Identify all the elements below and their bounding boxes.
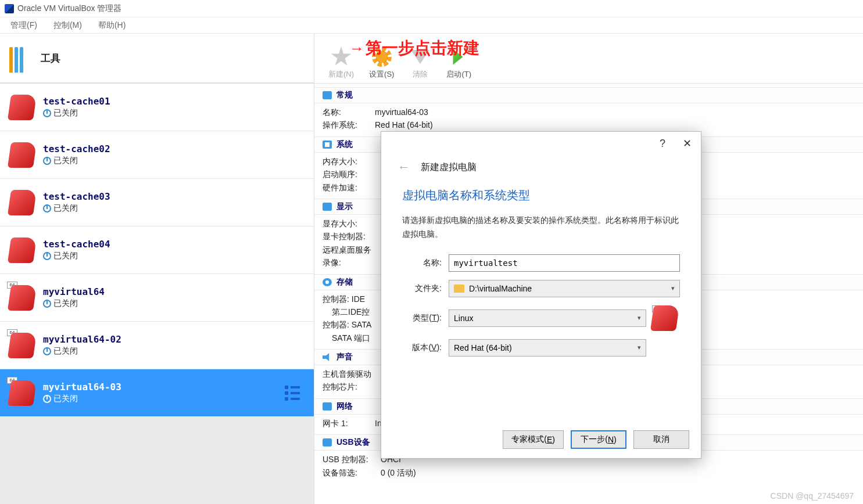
power-icon bbox=[43, 395, 51, 403]
discard-icon bbox=[409, 46, 431, 68]
cancel-button[interactable]: 取消 bbox=[633, 430, 689, 449]
type-label: 类型(T): bbox=[402, 313, 449, 323]
toolbar: 新建(N) 设置(S) 清除 启动(T) → 第一步点击新建 bbox=[314, 34, 863, 84]
menu-help[interactable]: 帮助(H) bbox=[98, 20, 126, 31]
display-icon bbox=[323, 203, 332, 211]
vm-item-test-cache02[interactable]: test-cache02已关闭 bbox=[0, 131, 314, 179]
vm-status: 已关闭 bbox=[43, 251, 110, 261]
dialog-description: 请选择新虚拟电脑的描述名称及要安装的操作系统类型。此名称将用于标识此虚拟电脑。 bbox=[402, 214, 680, 242]
vm-item-test-cache01[interactable]: test-cache01已关闭 bbox=[0, 84, 314, 131]
audio-icon bbox=[323, 353, 332, 361]
name-label: 名称: bbox=[402, 258, 449, 268]
vm-name: myvirtual64-03 bbox=[43, 381, 121, 393]
next-button[interactable]: 下一步(N) bbox=[571, 430, 626, 449]
version-label: 版本(V): bbox=[402, 343, 449, 353]
vm-status: 已关闭 bbox=[43, 346, 121, 357]
power-icon bbox=[43, 109, 51, 117]
menubar: 管理(F) 控制(M) 帮助(H) bbox=[0, 17, 863, 34]
vm-item-test-cache04[interactable]: test-cache04已关闭 bbox=[0, 226, 314, 274]
power-icon bbox=[43, 204, 51, 213]
chevron-down-icon: ▾ bbox=[638, 344, 641, 351]
back-arrow-icon[interactable]: ← bbox=[398, 160, 410, 175]
start-button[interactable]: 启动(T) bbox=[446, 46, 471, 80]
name-input[interactable] bbox=[449, 254, 680, 272]
os-icon: 64 bbox=[652, 305, 678, 331]
vm-os-icon bbox=[9, 142, 35, 168]
vm-item-test-cache03[interactable]: test-cache03已关闭 bbox=[0, 179, 314, 226]
vm-status: 已关闭 bbox=[43, 203, 110, 214]
sidebar: 工具 test-cache01已关闭test-cache02已关闭test-ca… bbox=[0, 34, 314, 504]
folder-label: 文件夹: bbox=[402, 283, 449, 294]
vm-os-icon: 64 bbox=[9, 285, 35, 311]
menu-control[interactable]: 控制(M) bbox=[53, 20, 82, 31]
vm-os-icon: 64 bbox=[9, 333, 35, 358]
chevron-down-icon: ▾ bbox=[671, 285, 675, 292]
folder-icon bbox=[454, 285, 464, 293]
storage-icon bbox=[323, 278, 332, 286]
starburst-icon bbox=[330, 46, 352, 68]
usb-icon bbox=[323, 438, 332, 447]
vm-name: myvirtual64 bbox=[43, 286, 105, 297]
play-icon bbox=[448, 46, 470, 68]
chevron-down-icon: ▾ bbox=[638, 314, 641, 322]
network-icon bbox=[323, 402, 332, 411]
vm-status: 已关闭 bbox=[43, 108, 110, 118]
vm-status: 已关闭 bbox=[43, 298, 105, 309]
window-titlebar: Oracle VM VirtualBox 管理器 bbox=[0, 0, 863, 17]
power-icon bbox=[43, 347, 51, 355]
dialog-header: 新建虚拟电脑 bbox=[421, 161, 477, 174]
close-button[interactable]: ✕ bbox=[683, 137, 692, 150]
help-button[interactable]: ? bbox=[660, 138, 665, 150]
vm-name: test-cache02 bbox=[43, 143, 110, 154]
settings-button[interactable]: 设置(S) bbox=[369, 46, 394, 80]
system-icon bbox=[323, 141, 332, 149]
tools-button[interactable]: 工具 bbox=[0, 34, 314, 84]
vm-os-icon bbox=[9, 95, 35, 120]
dialog-heading: 虚拟电脑名称和系统类型 bbox=[402, 188, 680, 203]
vm-item-myvirtual64-03[interactable]: 64myvirtual64-03已关闭 bbox=[0, 369, 314, 417]
power-icon bbox=[43, 252, 51, 260]
type-combo[interactable]: Linux ▾ bbox=[449, 309, 646, 327]
vm-os-icon: 64 bbox=[9, 380, 35, 406]
vm-name: test-cache04 bbox=[43, 239, 110, 250]
vm-status: 已关闭 bbox=[43, 156, 110, 166]
expert-mode-button[interactable]: 专家模式(E) bbox=[503, 430, 564, 449]
vm-name: myvirtual64-02 bbox=[43, 334, 121, 345]
vm-name: test-cache01 bbox=[43, 96, 110, 107]
general-icon bbox=[323, 91, 332, 99]
vm-os-icon bbox=[9, 237, 35, 263]
tools-label: 工具 bbox=[41, 52, 60, 65]
vm-item-myvirtual64[interactable]: 64myvirtual64已关闭 bbox=[0, 274, 314, 322]
gear-icon bbox=[371, 46, 393, 68]
power-icon bbox=[43, 300, 51, 308]
new-button[interactable]: 新建(N) bbox=[328, 46, 354, 80]
discard-button[interactable]: 清除 bbox=[409, 46, 431, 80]
window-title: Oracle VM VirtualBox 管理器 bbox=[17, 3, 121, 14]
vm-item-myvirtual64-02[interactable]: 64myvirtual64-02已关闭 bbox=[0, 322, 314, 369]
menu-manage[interactable]: 管理(F) bbox=[10, 20, 37, 31]
version-combo[interactable]: Red Hat (64-bit) ▾ bbox=[449, 339, 646, 357]
vm-menu-icon[interactable] bbox=[285, 386, 300, 401]
vm-os-icon bbox=[9, 190, 35, 215]
folder-combo[interactable]: D:\virtualMachine ▾ bbox=[449, 280, 680, 297]
new-vm-dialog: ? ✕ ← 新建虚拟电脑 虚拟电脑名称和系统类型 请选择新虚拟电脑的描述名称及要… bbox=[381, 131, 701, 459]
vm-name: test-cache03 bbox=[43, 191, 110, 202]
vm-status: 已关闭 bbox=[43, 394, 121, 404]
app-icon bbox=[5, 4, 14, 13]
watermark: CSDN @qq_27454697 bbox=[771, 491, 854, 501]
tools-icon bbox=[9, 44, 33, 73]
section-general[interactable]: 常规 bbox=[314, 87, 863, 103]
power-icon bbox=[43, 157, 51, 165]
